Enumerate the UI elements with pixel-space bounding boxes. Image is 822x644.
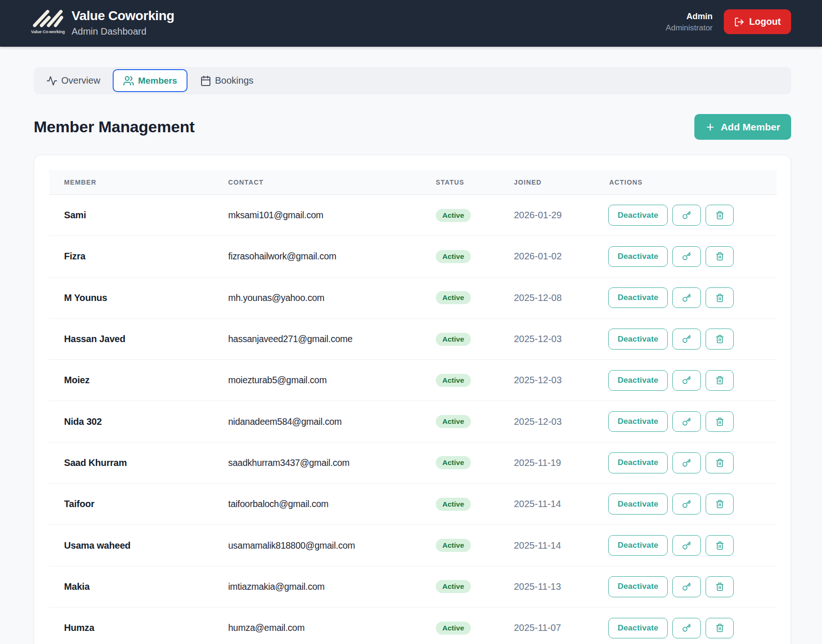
svg-text:Value Co-working: Value Co-working <box>31 29 65 34</box>
